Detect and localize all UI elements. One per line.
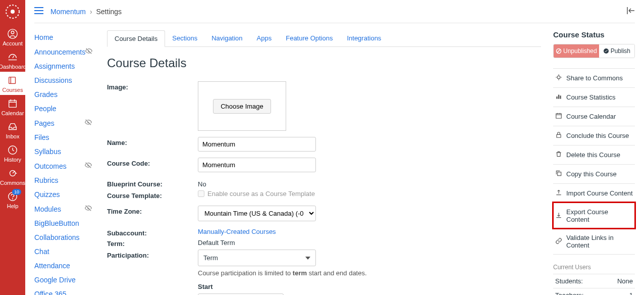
subaccount-link[interactable]: Manually-Created Courses [198, 228, 276, 235]
course-calendar[interactable]: Course Calendar [553, 107, 635, 126]
user-row: Teachers:1 [553, 288, 635, 296]
svg-rect-15 [560, 95, 561, 99]
course-nav-label: Assignments [34, 62, 75, 70]
collapse-icon[interactable] [627, 7, 635, 16]
svg-point-1 [11, 10, 15, 14]
timezone-label: Time Zone: [107, 206, 198, 221]
course-nav-item[interactable]: Chat [34, 244, 95, 259]
participation-hint: Course participation is limited to term … [198, 269, 541, 277]
right-actions-list: Share to CommonsCourse StatisticsCourse … [553, 68, 635, 255]
publish-button[interactable]: Publish [599, 44, 634, 58]
stats-icon [555, 93, 562, 102]
nav-label: Commons [0, 180, 25, 186]
tab-integrations[interactable]: Integrations [340, 30, 388, 46]
subaccount-label: Subaccount: [107, 227, 198, 237]
tab-feature-options[interactable]: Feature Options [279, 30, 340, 46]
course-status-title: Course Status [553, 30, 635, 39]
svg-rect-17 [557, 134, 561, 137]
course-nav-item[interactable]: Home [34, 30, 95, 44]
delete-course[interactable]: Delete this Course [553, 145, 635, 164]
course-nav-item[interactable]: Syllabus [34, 144, 95, 159]
breadcrumb-course[interactable]: Momentum [50, 8, 86, 16]
link-icon [555, 237, 562, 246]
copy-icon [555, 170, 562, 178]
course-nav-item[interactable]: Pages [34, 116, 95, 130]
calendar-icon [555, 112, 562, 121]
svg-point-3 [11, 31, 14, 34]
course-nav-label: Files [34, 133, 49, 141]
course-code-input[interactable] [198, 158, 316, 172]
tab-sections[interactable]: Sections [165, 30, 204, 46]
course-template-checkbox[interactable]: Enable course as a Course Template [198, 190, 541, 198]
course-nav-label: Google Drive [34, 276, 76, 284]
tab-navigation[interactable]: Navigation [204, 30, 249, 46]
validate-links[interactable]: Validate Links in Content [553, 228, 635, 255]
nav-label: Account [3, 40, 23, 46]
course-stats[interactable]: Course Statistics [553, 87, 635, 107]
participation-select[interactable]: Term [198, 250, 316, 266]
participation-label: Participation: [107, 250, 198, 295]
right-link-label: Copy this Course [566, 170, 617, 178]
timezone-select[interactable]: Mountain Time (US & Canada) (-07:00/-06:… [198, 206, 316, 221]
course-nav-item[interactable]: Collaborations [34, 230, 95, 244]
course-settings-panel: Course DetailsSectionsNavigationAppsFeat… [107, 30, 541, 295]
course-nav-item[interactable]: Attendance [34, 259, 95, 273]
course-name-input[interactable] [198, 137, 316, 152]
course-nav-item[interactable]: Announcements [34, 44, 95, 59]
template-label: Course Template: [107, 190, 198, 200]
course-nav-item[interactable]: Files [34, 130, 95, 144]
course-nav-item[interactable]: People [34, 102, 95, 116]
export-content[interactable]: Export Course Content [553, 203, 635, 228]
user-role: Students: [553, 274, 606, 288]
tab-apps[interactable]: Apps [250, 30, 279, 46]
publish-label: Publish [611, 47, 630, 55]
hidden-icon [85, 47, 92, 56]
right-link-label: Share to Commons [566, 74, 623, 82]
hidden-icon [85, 119, 92, 127]
nav-label: Inbox [6, 133, 20, 139]
inbox-nav[interactable]: Inbox [0, 118, 25, 141]
import-content[interactable]: Import Course Content [553, 183, 635, 203]
course-nav-item[interactable]: Rubrics [34, 173, 95, 187]
history-nav[interactable]: History [0, 141, 25, 165]
start-label: Start [198, 283, 541, 290]
course-nav-item[interactable]: Google Drive [34, 273, 95, 287]
share-commons[interactable]: Share to Commons [553, 68, 635, 87]
calendar-nav[interactable]: Calendar [0, 95, 25, 118]
participation-select-value: Term [203, 254, 218, 262]
canvas-logo[interactable] [4, 3, 21, 20]
help-nav[interactable]: 10 Help [0, 188, 25, 211]
unpublished-button[interactable]: Unpublished [554, 44, 599, 58]
conclude-course[interactable]: Conclude this Course [553, 126, 635, 145]
status-buttons: Unpublished Publish [553, 44, 635, 58]
course-nav-item[interactable]: Grades [34, 87, 95, 102]
nav-label: Courses [3, 87, 23, 93]
course-nav-label: Rubrics [34, 176, 58, 184]
nav-label: Calendar [2, 110, 24, 116]
hamburger-icon[interactable] [34, 7, 43, 16]
course-nav-item[interactable]: Quizzes [34, 187, 95, 202]
right-link-label: Conclude this Course [566, 132, 629, 139]
copy-course[interactable]: Copy this Course [553, 164, 635, 183]
course-nav-item[interactable]: Office 365 [34, 287, 95, 295]
dashboard-nav[interactable]: Dashboard [0, 48, 25, 72]
course-nav-item[interactable]: Outcomes [34, 159, 95, 173]
choose-image-button[interactable]: Choose Image [213, 99, 271, 114]
courses-nav[interactable]: Courses [0, 72, 25, 95]
course-nav-item[interactable]: Assignments [34, 59, 95, 73]
image-label: Image: [107, 81, 198, 131]
user-count: 1 [606, 288, 635, 296]
tab-course-details[interactable]: Course Details [107, 30, 165, 47]
hidden-icon [85, 205, 92, 213]
svg-rect-13 [556, 96, 557, 99]
user-row: Students:None [553, 274, 635, 288]
account-nav[interactable]: Account [0, 25, 25, 48]
nav-label: Help [7, 203, 19, 209]
course-nav-item[interactable]: BigBlueButton [34, 216, 95, 230]
commons-nav[interactable]: Commons [0, 165, 25, 188]
template-checkbox-label: Enable course as a Course Template [207, 190, 315, 198]
download-icon [555, 212, 562, 220]
course-nav-item[interactable]: Modules [34, 202, 95, 216]
right-link-label: Validate Links in Content [566, 234, 633, 249]
course-nav-item[interactable]: Discussions [34, 73, 95, 87]
